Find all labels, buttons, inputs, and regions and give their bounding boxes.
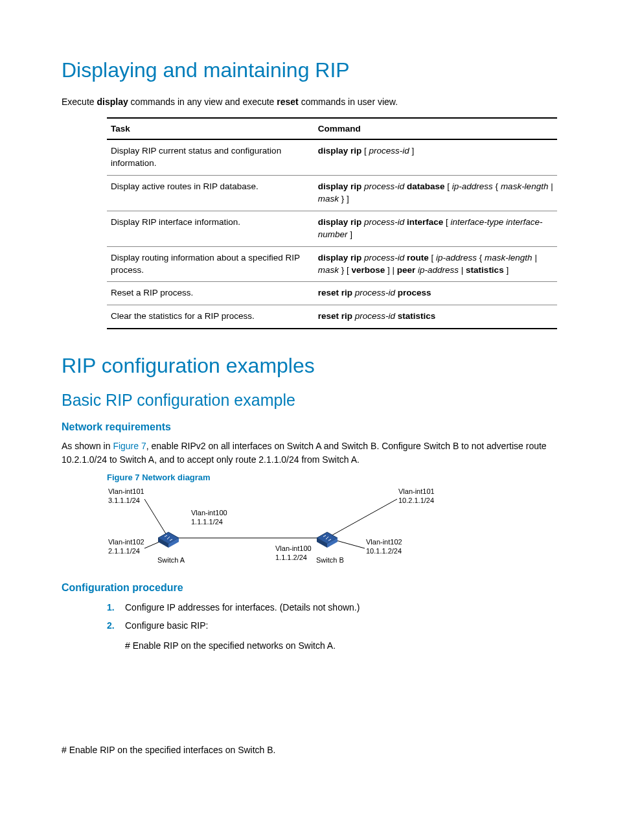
cmd-text: } ]	[339, 194, 349, 204]
cmd-keyword: database	[407, 181, 445, 191]
step-number: 1.	[107, 600, 115, 614]
step-text: Configure basic RIP:	[125, 620, 208, 631]
table-row: Display RIP interface information.displa…	[107, 211, 557, 246]
task-cell: Display active routes in RIP database.	[107, 176, 314, 211]
label: Switch B	[316, 556, 344, 564]
cmd-param: mask	[318, 265, 339, 275]
command-cell: display rip process-id database [ ip-add…	[314, 176, 557, 211]
cmd-text: {	[493, 181, 501, 191]
table-row: Display active routes in RIP database.di…	[107, 176, 557, 211]
cmd-param: process-id	[369, 146, 409, 156]
table-header-row: Task Command	[107, 118, 557, 139]
svg-line-0	[144, 499, 168, 538]
label: Vlan-int101	[108, 487, 144, 495]
step-text: Configure IP addresses for interfaces. (…	[125, 602, 360, 612]
cmd-param: ip-address	[436, 253, 477, 262]
table-header-task: Task	[107, 118, 314, 139]
list-item: 1. Configure IP addresses for interfaces…	[107, 600, 556, 614]
cmd-param: mask-length	[485, 253, 532, 262]
task-cell: Display RIP current status and configura…	[107, 139, 314, 175]
cmd-text: [	[445, 181, 452, 191]
table-row: Reset a RIP process.reset rip process-id…	[107, 282, 557, 305]
heading-basic-rip-config: Basic RIP configuration example	[62, 391, 556, 410]
network-diagram: Vlan-int101 3.1.1.1/24 Vlan-int101 10.2.…	[107, 486, 556, 570]
cmd-keyword: statistics	[398, 311, 436, 321]
cmd-param: process-id	[364, 181, 404, 191]
cmd-param: mask-length	[501, 181, 549, 191]
cmd-param: process-id	[364, 253, 404, 262]
command-cell: display rip process-id interface [ inter…	[314, 211, 557, 246]
cmd-text: [	[361, 146, 369, 156]
cmd-keyword: display rip	[318, 146, 362, 156]
label: Vlan-int100	[275, 544, 312, 552]
cmd-keyword: peer	[397, 265, 416, 275]
label: 1.1.1.1/24	[191, 518, 223, 526]
table-body: Display RIP current status and configura…	[107, 139, 557, 329]
task-cell: Reset a RIP process.	[107, 282, 314, 305]
cmd-param: mask	[318, 194, 339, 204]
figure-caption: Figure 7 Network diagram	[107, 472, 556, 482]
table-row: Clear the statistics for a RIP process.r…	[107, 305, 557, 329]
svg-line-3	[327, 499, 397, 538]
switch-icon	[158, 532, 179, 548]
heading-network-requirements: Network requirements	[62, 421, 556, 433]
cmd-text: ]	[504, 265, 509, 275]
cmd-text: ]	[409, 146, 415, 156]
figure-link[interactable]: Figure 7	[113, 441, 146, 451]
command-cell: reset rip process-id process	[314, 282, 557, 305]
label: Vlan-int102	[108, 538, 144, 546]
text-bold: reset	[277, 97, 298, 107]
cmd-text: |	[459, 265, 466, 275]
cmd-param: ip-address	[418, 265, 459, 275]
cmd-text: ] |	[385, 265, 397, 275]
procedure-list: 1. Configure IP addresses for interfaces…	[107, 600, 556, 653]
command-cell: display rip process-id route [ ip-addres…	[314, 246, 557, 282]
cmd-text: } [	[339, 265, 352, 275]
cmd-keyword: interface	[407, 217, 443, 227]
label: 10.2.1.1/24	[398, 496, 434, 504]
switch-icon	[317, 532, 338, 548]
task-cell: Display routing information about a spec…	[107, 246, 314, 282]
requirements-paragraph: As shown in Figure 7, enable RIPv2 on al…	[62, 439, 556, 466]
cmd-keyword: reset rip	[318, 311, 352, 321]
cmd-keyword: display rip	[318, 181, 362, 191]
table-row: Display routing information about a spec…	[107, 246, 557, 282]
label: 3.1.1.1/24	[108, 496, 140, 504]
step-subtext: # Enable RIP on the specified interfaces…	[62, 743, 556, 756]
cmd-text: |	[548, 181, 553, 191]
list-item: 2. Configure basic RIP: # Enable RIP on …	[107, 618, 556, 653]
cmd-keyword: display rip	[318, 253, 362, 262]
command-table: Task Command Display RIP current status …	[107, 117, 557, 329]
label: Vlan-int100	[191, 509, 227, 517]
cmd-keyword: statistics	[466, 265, 504, 275]
cmd-keyword: process	[398, 288, 431, 298]
step-subtext: # Enable RIP on the specified networks o…	[125, 638, 556, 653]
cmd-text: |	[532, 253, 537, 262]
text: As shown in	[62, 441, 113, 451]
cmd-param: process-id	[364, 217, 404, 227]
table-header-command: Command	[314, 118, 557, 139]
label: 10.1.1.2/24	[366, 547, 402, 555]
label: Vlan-int102	[366, 538, 402, 546]
text: commands in user view.	[299, 97, 398, 107]
cmd-param: ip-address	[452, 181, 493, 191]
label: 1.1.1.2/24	[275, 554, 307, 561]
page: Displaying and maintaining RIP Execute d…	[0, 0, 618, 840]
cmd-text: ]	[347, 229, 352, 239]
command-cell: display rip [ process-id ]	[314, 139, 557, 175]
heading-rip-config-examples: RIP configuration examples	[62, 354, 556, 378]
cmd-keyword: verbose	[351, 265, 385, 275]
label: Vlan-int101	[398, 487, 435, 495]
text: Execute	[62, 97, 97, 107]
cmd-text: {	[477, 253, 485, 262]
command-cell: reset rip process-id statistics	[314, 305, 557, 329]
label: Switch A	[157, 556, 185, 564]
task-cell: Display RIP interface information.	[107, 211, 314, 246]
task-cell: Clear the statistics for a RIP process.	[107, 305, 314, 329]
step-number: 2.	[107, 618, 115, 633]
cmd-param: process-id	[355, 311, 395, 321]
table-row: Display RIP current status and configura…	[107, 139, 557, 175]
cmd-param: process-id	[355, 288, 395, 298]
cmd-text: [	[443, 217, 450, 227]
cmd-text: [	[429, 253, 436, 262]
